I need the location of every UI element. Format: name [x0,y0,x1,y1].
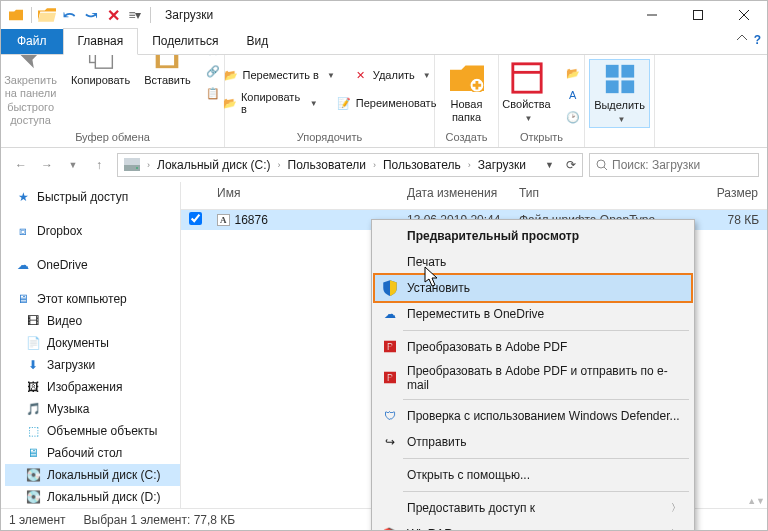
nav-quick-access[interactable]: ★Быстрый доступ [5,186,180,208]
documents-icon: 📄 [25,335,41,351]
select-label: Выделить [594,99,645,112]
ctx-share[interactable]: ↪Отправить [375,429,691,455]
ribbon-tabs: Файл Главная Поделиться Вид ? [1,29,767,55]
rename-icon: 📝 [336,95,352,111]
pc-icon: 🖥 [15,291,31,307]
winrar-icon: 📚 [381,525,399,531]
onedrive-icon: ☁ [15,257,31,273]
tab-share[interactable]: Поделиться [138,29,232,54]
pin-label: Закрепить на панели быстрого доступа [4,74,57,127]
crumb-0[interactable]: Локальный диск (C:) [153,158,275,172]
ctx-install[interactable]: Установить [375,275,691,301]
history-icon: 🕑 [565,109,581,125]
col-check[interactable] [181,182,209,209]
history-dropdown[interactable]: ▼ [61,153,85,177]
nav-video[interactable]: 🎞Видео [5,310,180,332]
refresh-button[interactable]: ⟳ [562,158,580,172]
group-new-label: Создать [446,129,488,143]
help-icon[interactable]: ? [754,33,761,47]
new-folder-label: Новая папка [451,98,483,124]
nav-documents[interactable]: 📄Документы [5,332,180,354]
address-bar[interactable]: › Локальный диск (C:)› Пользователи› Пол… [117,153,583,177]
title-bar: ⤺ ⤻ ✕ ≡▾ Загрузки [1,1,767,29]
ctx-winrar[interactable]: 📚WinRAR〉 [375,521,691,531]
open-icon: 📂 [565,65,581,81]
nav-images[interactable]: 🖼Изображения [5,376,180,398]
folder-icon[interactable] [7,6,25,24]
nav-downloads[interactable]: ⬇Загрузки [5,354,180,376]
nav-this-pc[interactable]: 🖥Этот компьютер [5,288,180,310]
crumb-1[interactable]: Пользователи [284,158,370,172]
redo-icon[interactable]: ⤻ [82,6,100,24]
open-button[interactable]: 📂 [561,63,585,83]
back-button[interactable]: ← [9,153,33,177]
edit-button[interactable]: A [561,85,585,105]
col-type[interactable]: Тип [511,182,689,209]
nav-dropbox[interactable]: ⧈Dropbox [5,220,180,242]
svg-point-14 [136,167,138,169]
properties-label: Свойства [502,98,550,111]
close-button[interactable] [721,1,767,29]
col-size[interactable]: Размер [689,182,767,209]
forward-button[interactable]: → [35,153,59,177]
ctx-preview[interactable]: Предварительный просмотр [375,223,691,249]
tab-file[interactable]: Файл [1,29,63,54]
nav-3d[interactable]: ⬚Объемные объекты [5,420,180,442]
ctx-print[interactable]: Печать [375,249,691,275]
trash-icon: ✕ [353,67,369,83]
maximize-button[interactable] [675,1,721,29]
copyto-icon: 📂 [223,95,237,111]
drive-d-icon: 💽 [25,489,41,505]
objects3d-icon: ⬚ [25,423,41,439]
shield-icon [381,279,399,297]
svg-rect-13 [124,158,140,165]
select-button[interactable]: Выделить▼ [589,59,650,128]
history-button[interactable]: 🕑 [561,107,585,127]
rename-button[interactable]: 📝Переименовать [332,89,441,117]
tab-home[interactable]: Главная [63,28,139,55]
svg-rect-9 [621,65,634,78]
file-checkbox[interactable] [189,212,202,225]
up-button[interactable]: ↑ [87,153,111,177]
ctx-move-onedrive[interactable]: ☁Переместить в OneDrive [375,301,691,327]
delete-button[interactable]: ✕Удалить▼ [349,65,435,85]
video-icon: 🎞 [25,313,41,329]
col-name[interactable]: Имя [209,182,399,209]
undo-icon[interactable]: ⤺ [60,6,78,24]
nav-onedrive[interactable]: ☁OneDrive [5,254,180,276]
ctx-adobe-pdf-mail[interactable]: 🅿Преобразовать в Adobe PDF и отправить п… [375,360,691,396]
drive-icon [120,158,144,172]
nav-desktop[interactable]: 🖥Рабочий стол [5,442,180,464]
delete-icon[interactable]: ✕ [104,6,122,24]
ctx-defender[interactable]: 🛡Проверка с использованием Windows Defen… [375,403,691,429]
properties-button[interactable]: Свойства▼ [498,59,554,126]
dropbox-icon: ⧈ [15,223,31,239]
svg-rect-0 [694,11,703,20]
crumb-2[interactable]: Пользователь [379,158,465,172]
open-folder-icon[interactable] [38,6,56,24]
properties-icon [510,61,544,95]
move-to-button[interactable]: 📂Переместить в▼ [219,65,339,85]
font-file-icon: A [217,214,230,226]
group-open-label: Открыть [520,129,563,143]
tab-view[interactable]: Вид [232,29,282,54]
minimize-ribbon-icon[interactable] [736,32,748,47]
properties-icon[interactable]: ≡▾ [126,6,144,24]
nav-disk-c[interactable]: 💽Локальный диск (C:) [5,464,180,486]
addr-dropdown[interactable]: ▼ [541,160,558,170]
search-box[interactable]: Поиск: Загрузки [589,153,759,177]
nav-disk-d[interactable]: 💽Локальный диск (D:) [5,486,180,508]
svg-point-15 [597,160,605,168]
col-date[interactable]: Дата изменения [399,182,511,209]
group-organize: 📂Переместить в▼ ✕Удалить▼ 📂Копировать в▼… [225,55,435,147]
nav-music[interactable]: 🎵Музыка [5,398,180,420]
ctx-open-with[interactable]: Открыть с помощью... [375,462,691,488]
paste-label: Вставить [144,74,191,87]
ctx-adobe-pdf[interactable]: 🅿Преобразовать в Adobe PDF [375,334,691,360]
crumb-3[interactable]: Загрузки [474,158,530,172]
minimize-button[interactable] [629,1,675,29]
copy-to-button[interactable]: 📂Копировать в▼ [219,89,322,117]
drive-c-icon: 💽 [25,467,41,483]
new-folder-button[interactable]: Новая папка [446,59,488,126]
ctx-grant-access[interactable]: Предоставить доступ к〉 [375,495,691,521]
